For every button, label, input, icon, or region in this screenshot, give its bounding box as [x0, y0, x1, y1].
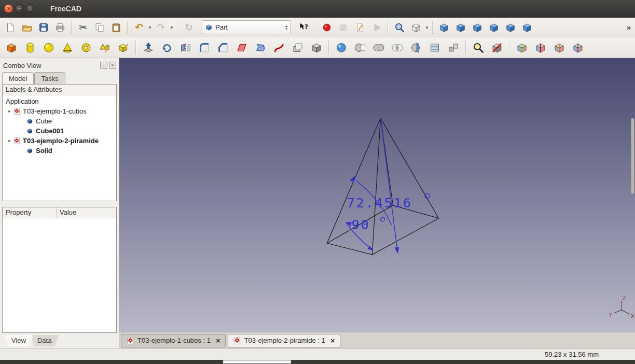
new-document-button[interactable]: [3, 20, 18, 35]
compound-button[interactable]: [445, 39, 462, 57]
property-editor-box: Property Value: [2, 207, 117, 333]
check-geometry-button[interactable]: [470, 39, 487, 57]
cross-sections-button[interactable]: [426, 39, 444, 57]
scrollbar-thumb[interactable]: [631, 118, 634, 194]
make-face-button[interactable]: [233, 39, 251, 57]
tab-model[interactable]: Model: [2, 72, 34, 84]
extrude-button[interactable]: [140, 39, 157, 57]
tree-item-t03-ejemplo-2-piramide[interactable]: ▾T03-ejemplo-2-piramide: [3, 136, 116, 146]
tab-close-icon[interactable]: ×: [216, 337, 220, 344]
tab-data[interactable]: Data: [30, 335, 59, 346]
view-bottom-button[interactable]: [519, 20, 535, 35]
boolean-xor-button[interactable]: [569, 39, 587, 57]
panel-splitter[interactable]: [0, 201, 119, 207]
tab-close-icon[interactable]: ×: [330, 337, 335, 344]
tree-item-cube001[interactable]: Cube001: [3, 126, 116, 136]
workbench-selector-value: Part: [215, 23, 282, 31]
toolbar-separator: [71, 21, 72, 34]
property-column-header[interactable]: Property: [3, 207, 57, 218]
paste-button[interactable]: [108, 20, 124, 35]
document-tab-t03-ejemplo-2-piramide-1[interactable]: T03-ejemplo-2-piramide : 1×: [228, 334, 340, 347]
toolbar-separator: [509, 41, 510, 54]
boolean-button[interactable]: [333, 39, 350, 57]
whats-this-button[interactable]: ?: [296, 20, 312, 35]
property-table-header: Property Value: [3, 207, 116, 218]
part-primitives-button[interactable]: [96, 39, 114, 57]
toolbar-separator: [465, 41, 466, 54]
part-torus-button[interactable]: [77, 39, 95, 57]
svg-text:↷: ↷: [157, 22, 165, 33]
intersection-button[interactable]: [389, 39, 406, 57]
ruled-surface-button[interactable]: [252, 39, 269, 57]
redo-button[interactable]: ↷: [153, 20, 169, 35]
cut-boolean-button[interactable]: [351, 39, 369, 57]
open-button[interactable]: [19, 20, 35, 35]
tree-item-cube[interactable]: Cube: [3, 116, 116, 126]
value-column-header[interactable]: Value: [57, 207, 79, 218]
defeaturing-button[interactable]: [488, 39, 506, 57]
union-button[interactable]: [370, 39, 388, 57]
tree-item-label: T03-ejemplo-1-cubos: [23, 107, 87, 115]
boolean-fragments-button[interactable]: [513, 39, 531, 57]
model-tree-box: Labels & Attributes Application ▾T03-eje…: [2, 84, 117, 201]
view-top-button[interactable]: [470, 20, 485, 35]
cut-button[interactable]: ✂: [75, 20, 91, 35]
tab-tasks[interactable]: Tasks: [34, 72, 65, 84]
view-right-button[interactable]: [486, 20, 502, 35]
save-button[interactable]: [36, 20, 51, 35]
refresh-button[interactable]: ↻: [181, 20, 197, 35]
workbench-selector-spinner[interactable]: ▴▾: [282, 21, 291, 34]
redo-history-dropdown[interactable]: ▾: [169, 25, 174, 30]
expander-icon[interactable]: ▾: [6, 138, 12, 144]
window-titlebar[interactable]: × − □ FreeCAD: [0, 0, 635, 18]
part-box-button[interactable]: [3, 39, 20, 57]
fit-all-button[interactable]: [392, 20, 407, 35]
window-minimize-button[interactable]: −: [15, 4, 24, 13]
tree-root-label: Application: [3, 97, 39, 105]
part-cone-button[interactable]: [59, 39, 76, 57]
panel-close-icon[interactable]: ×: [109, 62, 116, 69]
offset-button[interactable]: [289, 39, 307, 57]
viewport-canvas[interactable]: 72.4516 90 Z X Y: [119, 58, 635, 332]
fillet-button[interactable]: [196, 39, 213, 57]
view-rear-button[interactable]: [503, 20, 518, 35]
shape-builder-button[interactable]: [115, 39, 132, 57]
section-button[interactable]: [407, 39, 425, 57]
part-sphere-button[interactable]: [40, 39, 58, 57]
tree-item-solid[interactable]: Solid: [3, 146, 116, 156]
panel-float-icon[interactable]: ▫: [100, 62, 107, 69]
macro-execute-button[interactable]: [369, 20, 384, 35]
revolve-button[interactable]: [158, 39, 176, 57]
view-isometric-button[interactable]: [436, 20, 452, 35]
macro-record-button[interactable]: [319, 20, 335, 35]
draw-style-dropdown[interactable]: ▾: [424, 25, 430, 30]
tree-item-t03-ejemplo-1-cubos[interactable]: ▾T03-ejemplo-1-cubos: [3, 106, 116, 116]
part-cylinder-button[interactable]: [21, 39, 39, 57]
expander-icon[interactable]: ▾: [6, 109, 12, 114]
slice-button[interactable]: [550, 39, 568, 57]
workbench-selector[interactable]: Part▴▾: [202, 20, 291, 34]
undo-button[interactable]: ↶: [131, 20, 147, 35]
mirror-button[interactable]: [177, 39, 195, 57]
thickness-button[interactable]: [308, 39, 325, 57]
macro-stop-button[interactable]: [336, 20, 351, 35]
toolbar-overflow-button[interactable]: »: [627, 23, 633, 32]
tree-header: Labels & Attributes: [3, 85, 116, 95]
tab-view[interactable]: View: [4, 335, 33, 346]
macro-edit-button[interactable]: [352, 20, 368, 35]
combo-view-title: Combo View: [3, 62, 99, 69]
draw-style-button[interactable]: [408, 20, 424, 35]
undo-history-dropdown[interactable]: ▾: [147, 25, 153, 30]
chamfer-button[interactable]: [214, 39, 232, 57]
document-tab-t03-ejemplo-1-cubos-1[interactable]: T03-ejemplo-1-cubos : 1×: [121, 334, 226, 347]
sweep-button[interactable]: [270, 39, 288, 57]
window-maximize-button[interactable]: □: [26, 4, 35, 13]
window-close-button[interactable]: ×: [4, 4, 13, 13]
copy-button[interactable]: [92, 20, 107, 35]
print-button[interactable]: [52, 20, 68, 35]
viewport-3d[interactable]: 72.4516 90 Z X Y: [119, 58, 635, 332]
slice-apart-button[interactable]: [532, 39, 549, 57]
view-front-button[interactable]: [453, 20, 468, 35]
tree-root-application[interactable]: Application: [3, 96, 116, 106]
combo-view-tabs: Model Tasks: [0, 71, 119, 84]
